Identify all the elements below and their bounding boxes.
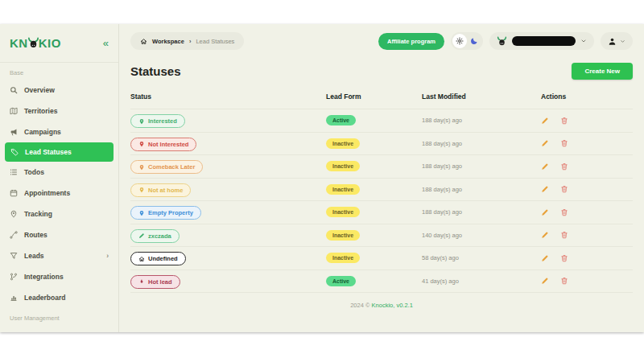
col-actions: Actions [541, 93, 633, 101]
main-content: Workspace › Lead Statuses Affiliate prog… [119, 24, 644, 332]
status-pill-zxczada[interactable]: zxczada [130, 229, 180, 243]
table-row: Comeback Later Inactive 188 day(s) ago [130, 154, 633, 178]
status-pill-empty-property[interactable]: Empty Property [130, 206, 201, 220]
status-pill-hot-lead[interactable]: Hot lead [130, 275, 180, 289]
pencil-icon [138, 232, 145, 239]
sidebar-item-leads[interactable]: Leads › [0, 245, 118, 266]
workspace-selector[interactable] [489, 32, 594, 50]
table-row: Undefined Inactive 58 day(s) ago [130, 246, 633, 269]
sidebar-item-territories[interactable]: Territories [0, 101, 118, 121]
light-theme-option[interactable] [452, 34, 467, 48]
sidebar-item-campaigns[interactable]: Campaigns [0, 121, 118, 142]
route-icon [10, 231, 18, 239]
lead-form-badge: Inactive [326, 161, 360, 171]
status-pill-undefined[interactable]: Undefined [130, 252, 186, 265]
delete-icon[interactable] [560, 117, 568, 125]
sidebar-item-overview[interactable]: Overview [0, 80, 118, 101]
sidebar-item-roles[interactable]: Roles [0, 325, 118, 332]
statuses-table: Interested Active 188 day(s) ago Not Int… [130, 109, 633, 293]
edit-icon[interactable] [541, 117, 549, 125]
location-pin-icon [138, 210, 145, 216]
tag-icon [10, 148, 19, 156]
footer: 2024 © Knockio, v0.2.1 [119, 294, 644, 309]
last-modified: 140 day(s) ago [422, 232, 541, 239]
table-row: Not at home Inactive 188 day(s) ago [130, 178, 633, 201]
last-modified: 188 day(s) ago [422, 117, 541, 124]
search-icon [10, 86, 18, 94]
last-modified: 41 day(s) ago [422, 278, 541, 285]
breadcrumb[interactable]: Workspace › Lead Statuses [130, 32, 244, 50]
sidebar-item-leaderboard[interactable]: Leaderboard [0, 287, 118, 308]
bull-account-icon [497, 36, 507, 47]
table-header: Status Lead Form Last Modified Actions [130, 93, 633, 109]
col-lead-form: Lead Form [326, 93, 422, 101]
sidebar-item-tracking[interactable]: Tracking [0, 204, 118, 224]
knockio-logo[interactable]: KN KIO [10, 36, 61, 50]
redacted-account-name [512, 36, 576, 46]
page-title: Statuses [130, 64, 181, 78]
edit-icon[interactable] [541, 139, 549, 147]
last-modified: 188 day(s) ago [422, 186, 541, 193]
logo-text-right: KIO [39, 36, 61, 50]
breadcrumb-workspace[interactable]: Workspace [152, 38, 184, 45]
table-row: Empty Property Inactive 188 day(s) ago [130, 200, 633, 224]
last-modified: 188 day(s) ago [422, 140, 541, 147]
location-pin-icon [138, 141, 145, 147]
sidebar-collapse-icon[interactable]: « [103, 37, 109, 49]
status-pill-not-at-home[interactable]: Not at home [130, 183, 191, 197]
calendar-icon [10, 189, 18, 197]
sidebar-item-routes[interactable]: Routes [0, 224, 118, 245]
status-pill-not-interested[interactable]: Not Interested [130, 138, 196, 151]
edit-icon[interactable] [541, 277, 549, 285]
lead-form-badge: Inactive [326, 230, 360, 241]
last-modified: 58 day(s) ago [422, 254, 541, 261]
table-row: Not Interested Inactive 188 day(s) ago [130, 132, 633, 155]
last-modified: 188 day(s) ago [422, 208, 541, 216]
edit-icon[interactable] [541, 231, 549, 239]
breadcrumb-current: Lead Statuses [196, 38, 234, 45]
affiliate-program-button[interactable]: Affiliate program [378, 33, 444, 50]
theme-toggle[interactable] [451, 32, 483, 50]
delete-icon[interactable] [560, 231, 568, 239]
delete-icon[interactable] [560, 162, 568, 171]
delete-icon[interactable] [560, 254, 568, 262]
sidebar-section-base: Base [0, 63, 118, 80]
chevron-down-icon [620, 39, 625, 44]
sidebar-item-integrations[interactable]: Integrations [0, 266, 118, 287]
delete-icon[interactable] [560, 185, 568, 193]
lead-form-badge: Inactive [326, 253, 360, 263]
delete-icon[interactable] [560, 139, 568, 147]
location-pin-icon [10, 210, 18, 218]
location-pin-icon [138, 187, 145, 193]
edit-icon[interactable] [541, 162, 549, 171]
topbar: Workspace › Lead Statuses Affiliate prog… [119, 24, 644, 58]
sidebar-item-lead-statuses[interactable]: Lead Statuses [5, 142, 114, 162]
delete-icon[interactable] [560, 208, 568, 216]
status-pill-interested[interactable]: Interested [130, 114, 185, 128]
table-row: Hot lead Active 41 day(s) ago [130, 269, 633, 293]
col-last-modified: Last Modified [422, 93, 541, 101]
bar-chart-icon [10, 294, 18, 302]
app-window: KN KIO « Base Overview Territories Campa… [0, 24, 644, 332]
sidebar-item-todos[interactable]: Todos [0, 162, 118, 183]
logo-text-left: KN [10, 36, 28, 50]
dark-theme-option[interactable] [467, 34, 481, 48]
status-pill-comeback-later[interactable]: Comeback Later [130, 160, 203, 174]
sidebar-item-appointments[interactable]: Appointments [0, 183, 118, 204]
create-new-button[interactable]: Create New [572, 63, 633, 80]
people-icon [10, 331, 18, 332]
branch-icon [10, 273, 18, 281]
lead-form-badge: Inactive [326, 207, 360, 217]
lead-form-badge: Active [326, 276, 356, 286]
footer-year: 2024 © [350, 302, 369, 309]
col-status: Status [130, 93, 326, 101]
delete-icon[interactable] [560, 277, 568, 285]
chevron-right-icon: › [106, 252, 109, 260]
edit-icon[interactable] [541, 185, 549, 193]
edit-icon[interactable] [541, 208, 549, 216]
footer-app-version[interactable]: Knockio, v0.2.1 [372, 302, 413, 309]
edit-icon[interactable] [541, 254, 549, 262]
location-pin-icon [138, 164, 145, 171]
profile-menu[interactable] [601, 32, 633, 50]
lead-form-badge: Inactive [326, 138, 360, 149]
